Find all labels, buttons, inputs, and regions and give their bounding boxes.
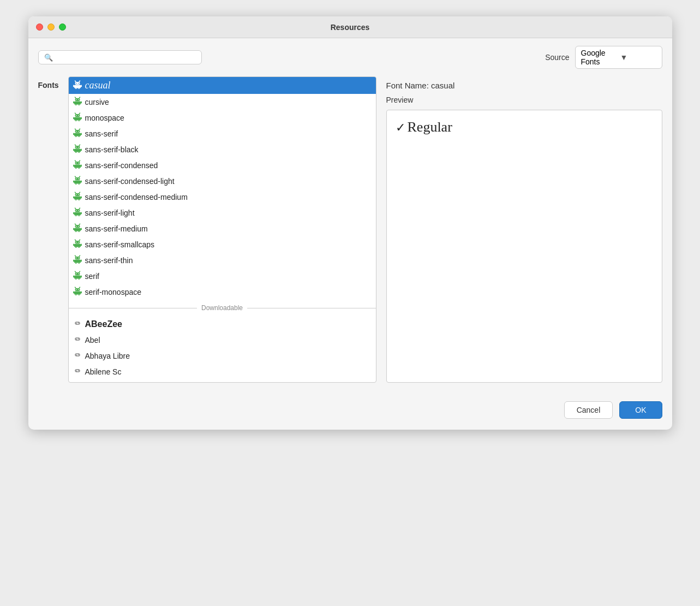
svg-rect-137: [81, 292, 82, 294]
font-list-item[interactable]: sans-serif-light: [69, 205, 376, 221]
font-item-label: sans-serif-light: [85, 209, 135, 217]
svg-rect-75: [74, 197, 81, 200]
ok-button[interactable]: OK: [619, 401, 662, 419]
svg-point-74: [78, 194, 79, 195]
font-list-item[interactable]: sans-serif-medium: [69, 221, 376, 236]
chevron-down-icon: ▼: [620, 53, 656, 62]
svg-point-13: [76, 99, 77, 100]
svg-line-90: [75, 224, 76, 225]
svg-rect-18: [75, 105, 77, 106]
svg-rect-32: [75, 130, 80, 133]
svg-rect-59: [78, 168, 80, 169]
svg-point-44: [78, 147, 79, 148]
svg-rect-135: [74, 292, 81, 295]
svg-rect-86: [73, 212, 74, 215]
svg-rect-97: [81, 228, 82, 230]
titlebar: Resources: [28, 16, 672, 38]
maximize-button[interactable]: [59, 23, 66, 31]
svg-rect-68: [75, 184, 77, 185]
font-list-container: casual curs: [68, 76, 376, 383]
font-list-item[interactable]: cursive: [69, 94, 376, 110]
svg-rect-138: [75, 295, 77, 296]
svg-rect-28: [75, 121, 77, 122]
svg-rect-119: [78, 263, 80, 264]
svg-point-24: [78, 115, 79, 116]
svg-rect-136: [73, 292, 74, 294]
svg-point-54: [78, 163, 79, 164]
svg-point-133: [76, 289, 77, 290]
svg-line-81: [79, 208, 80, 209]
font-item-label: serif-monospace: [85, 288, 142, 296]
svg-point-134: [78, 289, 79, 290]
svg-rect-85: [74, 212, 81, 216]
font-list-item[interactable]: monospace: [69, 110, 376, 126]
cancel-button[interactable]: Cancel: [564, 401, 613, 419]
svg-rect-118: [75, 263, 77, 264]
font-list[interactable]: casual curs: [69, 77, 376, 382]
font-item-label: casual: [85, 80, 111, 91]
font-list-item[interactable]: sans-serif-thin: [69, 252, 376, 268]
svg-rect-87: [81, 212, 82, 215]
svg-rect-6: [73, 85, 74, 87]
checkmark-icon: ✓: [396, 121, 405, 134]
svg-line-70: [75, 192, 76, 193]
font-list-item[interactable]: sans-serif-smallcaps: [69, 236, 376, 252]
svg-line-110: [75, 256, 76, 257]
svg-rect-115: [74, 260, 81, 263]
svg-rect-35: [74, 133, 81, 136]
font-list-item[interactable]: casual: [69, 77, 376, 94]
downloadable-font-label: Abhaya Libre: [85, 352, 130, 360]
svg-line-60: [75, 176, 76, 177]
font-item-label: sans-serif-condensed-medium: [85, 193, 188, 201]
font-list-item[interactable]: sans-serif-condensed-light: [69, 173, 376, 189]
svg-rect-132: [75, 288, 80, 291]
svg-rect-102: [75, 241, 80, 243]
svg-rect-58: [75, 168, 77, 169]
svg-rect-96: [73, 228, 74, 230]
android-icon: [73, 207, 82, 218]
android-icon: [73, 192, 82, 202]
svg-rect-38: [75, 136, 77, 138]
main-content: Fonts: [28, 76, 672, 393]
font-list-item[interactable]: sans-serif-black: [69, 141, 376, 157]
font-list-item[interactable]: serif: [69, 268, 376, 284]
svg-rect-12: [75, 98, 80, 101]
source-label: Source: [545, 53, 569, 62]
svg-line-11: [79, 97, 80, 98]
svg-line-41: [79, 145, 80, 146]
svg-point-34: [78, 131, 79, 132]
svg-line-10: [75, 97, 76, 98]
font-list-item[interactable]: sans-serif: [69, 126, 376, 141]
svg-line-121: [79, 271, 80, 272]
downloadable-font-item[interactable]: Abel: [69, 332, 376, 348]
svg-rect-89: [78, 216, 80, 217]
svg-rect-45: [74, 149, 81, 152]
search-input[interactable]: [56, 53, 196, 62]
svg-rect-95: [74, 228, 81, 231]
svg-rect-36: [73, 133, 74, 135]
source-select[interactable]: Google Fonts ▼: [575, 46, 662, 69]
android-icon: [73, 97, 82, 107]
svg-rect-82: [75, 209, 80, 212]
svg-rect-106: [73, 244, 74, 246]
svg-rect-62: [75, 177, 80, 180]
minimize-button[interactable]: [47, 23, 55, 31]
downloadable-font-item[interactable]: Abhaya Libre: [69, 348, 376, 364]
font-list-item[interactable]: serif-monospace: [69, 284, 376, 300]
svg-rect-125: [74, 276, 81, 279]
svg-rect-105: [74, 244, 81, 247]
downloadable-font-item[interactable]: ABeeZee: [69, 316, 376, 332]
close-button[interactable]: [36, 23, 43, 31]
svg-rect-19: [78, 105, 80, 106]
svg-line-0: [75, 81, 76, 82]
svg-rect-98: [75, 231, 77, 233]
font-list-item[interactable]: sans-serif-condensed: [69, 157, 376, 173]
svg-point-73: [76, 194, 77, 195]
font-list-item[interactable]: sans-serif-condensed-medium: [69, 189, 376, 205]
toolbar: 🔍 Source Google Fonts ▼: [28, 38, 672, 76]
search-box[interactable]: 🔍: [38, 50, 202, 64]
downloadable-font-label: Abel: [85, 336, 100, 344]
svg-line-61: [79, 176, 80, 177]
svg-point-84: [78, 210, 79, 211]
downloadable-font-item[interactable]: Abilene Sc: [69, 364, 376, 379]
